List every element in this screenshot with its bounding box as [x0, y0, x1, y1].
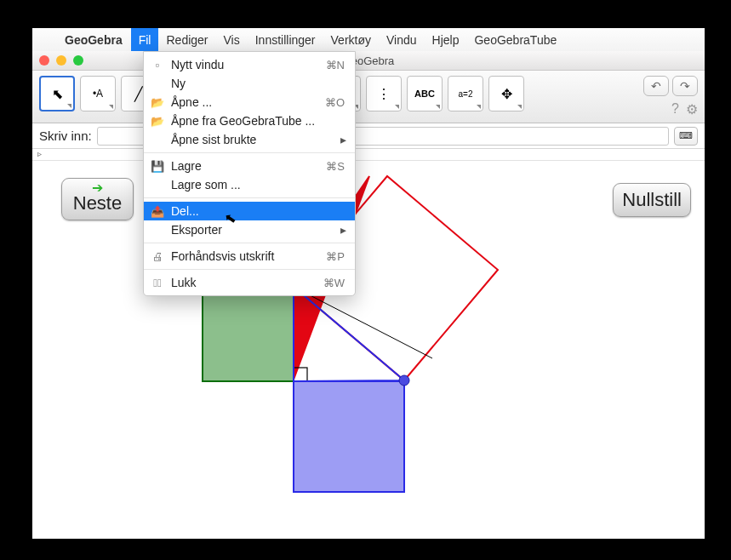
- menu-item-ny[interactable]: Ny: [144, 74, 355, 93]
- line-tool-icon: ╱: [134, 86, 143, 102]
- input-label: Skriv inn:: [39, 129, 92, 143]
- toolbar: ⬉ •A ╱ ⊥ ▷ ◯ ◠ ∡ ⋮ ABC a=2 ✥ ↶ ↷ ? ⚙: [32, 71, 705, 123]
- menu-item-label: Åpne ...: [171, 95, 212, 109]
- menu-item-icon: ▫: [151, 59, 164, 71]
- fil-menu-dropdown: ▫Nytt vindu⌘NNy📂Åpne ...⌘O📂Åpne fra GeoG…: [143, 51, 356, 296]
- geometry-figure: [32, 161, 705, 539]
- menu-item-shortcut: ⌘W: [323, 277, 345, 289]
- reflect-tool-icon: ⋮: [377, 86, 391, 102]
- menu-item-shortcut: ⌘P: [326, 250, 345, 263]
- panel-toggle-strip[interactable]: ▹: [32, 149, 705, 161]
- menu-item-icon: 💾: [151, 160, 164, 173]
- slider-tool[interactable]: a=2: [448, 76, 483, 111]
- move-view-tool[interactable]: ✥: [488, 76, 524, 111]
- submenu-arrow-icon: ▸: [340, 223, 346, 237]
- reflect-tool[interactable]: ⋮: [366, 76, 402, 111]
- menu-item-label: Lukk: [171, 276, 197, 289]
- point-right[interactable]: [399, 375, 409, 386]
- menu-item-icon: 📂: [151, 96, 164, 109]
- settings-icon[interactable]: ⚙: [686, 101, 698, 117]
- blue-square: [294, 381, 404, 492]
- menu-item-label: Åpne sist brukte: [171, 133, 256, 146]
- menu-vis[interactable]: Vis: [216, 28, 248, 51]
- app-name[interactable]: GeoGebra: [56, 33, 131, 47]
- menu-item-label: Åpne fra GeoGebraTube ...: [171, 114, 315, 128]
- menu-hjelp[interactable]: Hjelp: [425, 28, 467, 51]
- move-view-tool-icon: ✥: [501, 86, 512, 102]
- menu-item-pne[interactable]: 📂Åpne ...⌘O: [144, 93, 355, 111]
- menu-item-icon: �⃞: [151, 277, 164, 289]
- menu-item-forh-ndsvis-utskrift[interactable]: 🖨Forhåndsvis utskrift⌘P: [144, 247, 355, 266]
- point-tool-icon: •A: [93, 88, 103, 100]
- virtual-keyboard-button[interactable]: ⌨: [674, 127, 698, 146]
- menu-item-pne-fra-geogebratube[interactable]: 📂Åpne fra GeoGebraTube ...: [144, 111, 355, 130]
- menu-item-pne-sist-brukte[interactable]: Åpne sist brukte▸: [144, 130, 355, 149]
- move-tool[interactable]: ⬉: [39, 76, 75, 111]
- menu-item-del[interactable]: 📤Del...: [144, 202, 355, 220]
- menu-item-icon: 🖨: [151, 250, 164, 263]
- menu-item-lagre-som[interactable]: Lagre som ...: [144, 175, 355, 194]
- close-window-icon[interactable]: [39, 55, 49, 66]
- menu-item-lagre[interactable]: 💾Lagre⌘S: [144, 157, 355, 175]
- menu-item-shortcut: ⌘S: [326, 160, 345, 173]
- menu-item-icon: 📂: [151, 115, 164, 128]
- menu-item-icon: 📤: [151, 205, 164, 218]
- menu-item-nytt-vindu[interactable]: ▫Nytt vindu⌘N: [144, 55, 355, 74]
- green-square: [203, 294, 294, 381]
- help-icon[interactable]: ?: [671, 101, 679, 117]
- window-titlebar: GeoGebra: [32, 51, 705, 71]
- move-tool-icon: ⬉: [52, 86, 63, 102]
- slider-tool-icon: a=2: [459, 89, 473, 99]
- input-bar: Skriv inn: ⌨: [32, 123, 705, 149]
- menu-item-label: Ny: [171, 77, 186, 90]
- submenu-arrow-icon: ▸: [340, 133, 346, 146]
- menu-fil[interactable]: Fil: [131, 28, 159, 51]
- menu-geogebratube[interactable]: GeoGebraTube: [466, 28, 564, 51]
- menu-verktoy[interactable]: Verktøy: [323, 28, 379, 51]
- point-tool[interactable]: •A: [80, 76, 116, 111]
- redo-button[interactable]: ↷: [672, 76, 698, 96]
- menu-item-eksporter[interactable]: Eksporter▸: [144, 220, 355, 239]
- graphics-view[interactable]: ➔ Neste Nullstill: [32, 161, 705, 539]
- menu-vindu[interactable]: Vindu: [379, 28, 425, 51]
- undo-button[interactable]: ↶: [643, 76, 669, 96]
- menu-item-label: Nytt vindu: [171, 58, 224, 71]
- text-tool-icon: ABC: [414, 89, 435, 99]
- zoom-window-icon[interactable]: [73, 55, 83, 66]
- menu-item-label: Eksporter: [171, 223, 222, 237]
- menu-item-label: Lagre: [171, 159, 202, 173]
- menu-rediger[interactable]: Rediger: [158, 28, 215, 51]
- menu-item-label: Del...: [171, 204, 199, 218]
- menu-item-lukk[interactable]: �⃞Lukk⌘W: [144, 273, 355, 292]
- menu-item-label: Lagre som ...: [171, 178, 241, 191]
- menu-item-shortcut: ⌘N: [326, 59, 345, 71]
- menu-item-label: Forhåndsvis utskrift: [171, 249, 274, 263]
- system-menubar: GeoGebra Fil Rediger Vis Innstillinger V…: [32, 28, 705, 51]
- text-tool[interactable]: ABC: [407, 76, 443, 111]
- expand-triangle-icon: ▹: [37, 149, 42, 158]
- menu-innstillinger[interactable]: Innstillinger: [248, 28, 323, 51]
- menu-item-shortcut: ⌘O: [325, 96, 345, 109]
- minimize-window-icon[interactable]: [56, 55, 66, 66]
